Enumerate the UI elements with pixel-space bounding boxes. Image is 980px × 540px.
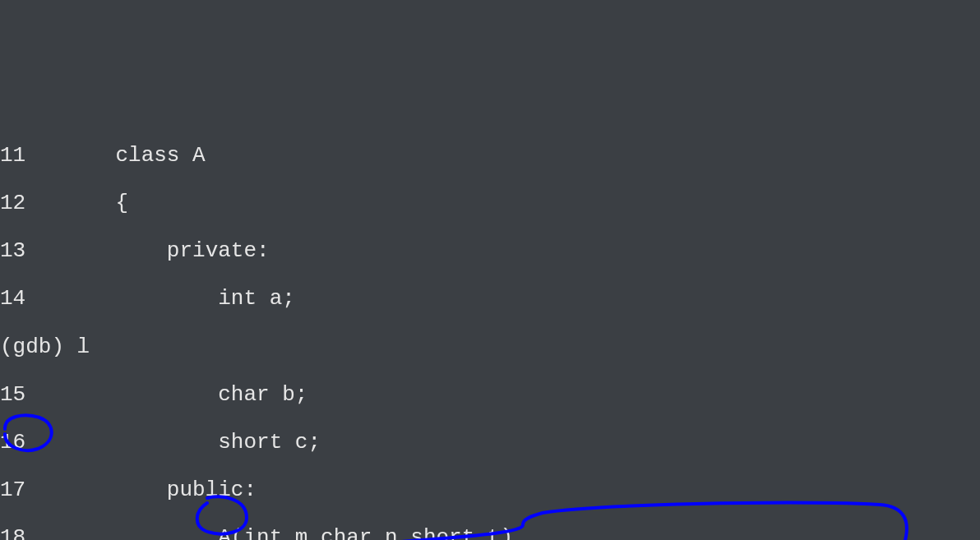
code-line: 14 int a; (0, 287, 980, 311)
code-line: 15 char b; (0, 383, 980, 407)
code-line: 11 class A (0, 144, 980, 168)
gdb-terminal[interactable]: 11 class A 12 { 13 private: 14 int a; (g… (0, 120, 980, 540)
gdb-command: (gdb) l (0, 335, 980, 359)
code-line: 17 public: (0, 478, 980, 502)
code-line: 12 { (0, 192, 980, 215)
code-line: 18 A(int m,char n,short t) (0, 526, 980, 540)
code-line: 13 private: (0, 239, 980, 263)
code-line: 16 short c; (0, 431, 980, 455)
